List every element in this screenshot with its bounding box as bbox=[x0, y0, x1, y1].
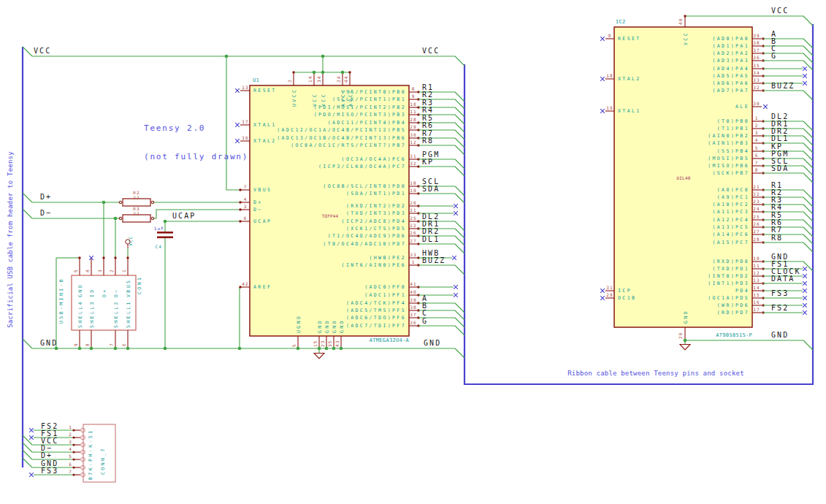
pin-number: 3 bbox=[97, 269, 102, 272]
pin-name: (PDI/MOSI/PCINT2)PB2 bbox=[314, 104, 406, 110]
bus-entry bbox=[455, 159, 464, 169]
pin-number: 22 bbox=[410, 223, 416, 228]
pin-name: (AD4)PA4 bbox=[712, 66, 749, 72]
pin-end-dot bbox=[239, 286, 241, 288]
pin-end-dot bbox=[72, 451, 74, 453]
bus-entry bbox=[455, 130, 464, 140]
pin-name: (RD)PD7 bbox=[717, 310, 749, 316]
pin-name: (OC3A/OC4A)PC6 bbox=[342, 156, 406, 162]
pin-number: 12 bbox=[753, 270, 760, 275]
pin-number: 30 bbox=[410, 132, 416, 137]
bus-entry bbox=[803, 39, 813, 48]
pin-name: (OC0A/OC1C/RTS/PCINT7)PB7 bbox=[291, 142, 406, 148]
pin-number: 43 bbox=[334, 340, 340, 347]
pin-name: SHELL3 bbox=[89, 300, 95, 328]
net-label: G bbox=[771, 52, 777, 60]
pin-name: (ADC4/TCK)PF4 bbox=[346, 300, 406, 306]
resistor-value: 22 bbox=[133, 195, 139, 200]
pin-number: 6 bbox=[121, 343, 126, 346]
bus-entry bbox=[803, 261, 813, 271]
pin-number: 1 bbox=[412, 259, 416, 264]
wire bbox=[23, 209, 32, 218]
pin-number: 10 bbox=[410, 102, 416, 107]
pin-number: 5 bbox=[73, 269, 78, 272]
wire bbox=[23, 339, 32, 348]
net-label: SDA bbox=[422, 185, 440, 193]
pin-name: (ICP3/CLK0/OC4A)PC7 bbox=[318, 164, 406, 169]
pin-number: 44 bbox=[343, 76, 348, 83]
schematic-sheet: U1TQFP44ATMEGA32U4-A13RESET17XTAL116XTAL… bbox=[0, 0, 826, 504]
capacitor-ref: C4 bbox=[156, 244, 162, 249]
net-label: R8 bbox=[771, 234, 783, 242]
pin-number: 37 bbox=[410, 312, 416, 317]
bus-entry bbox=[455, 326, 464, 335]
wire bbox=[455, 56, 464, 66]
chip-ref-ic2: IC2 bbox=[616, 19, 626, 25]
net-label: D+ bbox=[41, 451, 53, 459]
chip-footprint-u1: TQFP44 bbox=[322, 213, 339, 218]
pin-name: AREF bbox=[253, 284, 272, 290]
net-label-gnd: GND bbox=[40, 339, 58, 347]
bus-entry bbox=[455, 138, 464, 148]
pin-number: 40 bbox=[678, 18, 683, 25]
pin-name: GND bbox=[683, 310, 689, 324]
pin-name: (ICP2/ADC8)PD4 bbox=[342, 218, 406, 224]
pin-name: GND bbox=[332, 319, 337, 333]
pin-number: 11 bbox=[753, 263, 760, 268]
pin-name: (A12)PC4 bbox=[712, 217, 749, 223]
pin-number: 6 bbox=[244, 215, 248, 221]
pin-number: 21 bbox=[753, 184, 760, 189]
pin-number: 3 bbox=[755, 130, 759, 135]
pin-name: UCAP bbox=[253, 218, 272, 224]
pin-name: (OC1A)PD5 bbox=[708, 295, 749, 301]
pin-number: 35 bbox=[753, 63, 760, 68]
resistor-body-R2 bbox=[123, 199, 150, 206]
bus-entry bbox=[455, 107, 464, 117]
bus-entry bbox=[455, 194, 464, 203]
wire-end-dot bbox=[348, 71, 351, 73]
net-label: R8 bbox=[422, 137, 434, 145]
pin-name: RESET bbox=[253, 88, 277, 93]
pin-number: 42 bbox=[242, 281, 248, 286]
pin-number: 23 bbox=[753, 199, 760, 204]
pin-number: 13 bbox=[753, 278, 760, 283]
pin-number: 41 bbox=[410, 281, 416, 286]
wire bbox=[803, 16, 813, 26]
connector-ref-conn7: CONN_7 bbox=[100, 447, 106, 475]
pin-name: (INT0)PD2 bbox=[708, 273, 749, 279]
bus-entry bbox=[455, 145, 464, 155]
pin-name: SHELL1 bbox=[126, 300, 131, 328]
pin-number: 4 bbox=[755, 137, 759, 142]
pin-name: D+ bbox=[253, 199, 263, 205]
pin-name: GND bbox=[77, 283, 83, 297]
pin-number: 17 bbox=[753, 307, 760, 312]
bus-entry bbox=[803, 243, 813, 252]
bus-entry bbox=[455, 229, 464, 238]
pin-number: 34 bbox=[753, 70, 760, 75]
pin-end-dot bbox=[102, 256, 104, 259]
pin-number: 22 bbox=[753, 191, 760, 196]
teensy-note-line1: Teensy 2.0 bbox=[144, 123, 248, 133]
pin-name: D+ bbox=[102, 288, 107, 297]
pin-name: (AD3)PA3 bbox=[712, 58, 749, 64]
pin-name: XTAL2 bbox=[618, 76, 641, 82]
junction-dot bbox=[126, 347, 130, 351]
pin-name: (AD0)PA0 bbox=[712, 36, 749, 42]
pin-name: XTAL1 bbox=[253, 122, 277, 128]
pin-number: 33 bbox=[410, 252, 416, 257]
pin-end-dot bbox=[72, 473, 74, 476]
pin-name: (OC0B/SCL/INT0)PD0 bbox=[323, 183, 406, 189]
pin-name: (T0)PB0 bbox=[717, 118, 749, 124]
pin-number: 15 bbox=[313, 340, 318, 347]
pin-number: 2 bbox=[69, 432, 72, 437]
pin-number: 30 bbox=[753, 101, 760, 106]
pin-number: 36 bbox=[410, 320, 416, 325]
junction-dot bbox=[114, 217, 118, 221]
bus-entry bbox=[803, 121, 813, 131]
pin-number: 2 bbox=[287, 79, 292, 83]
wire bbox=[455, 348, 464, 358]
pin-name: (AD1)PA1 bbox=[712, 43, 749, 49]
pin-name: (ADC7/TDI)PF7 bbox=[346, 323, 406, 329]
capacitor-plate bbox=[157, 237, 173, 239]
junction-dot bbox=[321, 55, 325, 58]
